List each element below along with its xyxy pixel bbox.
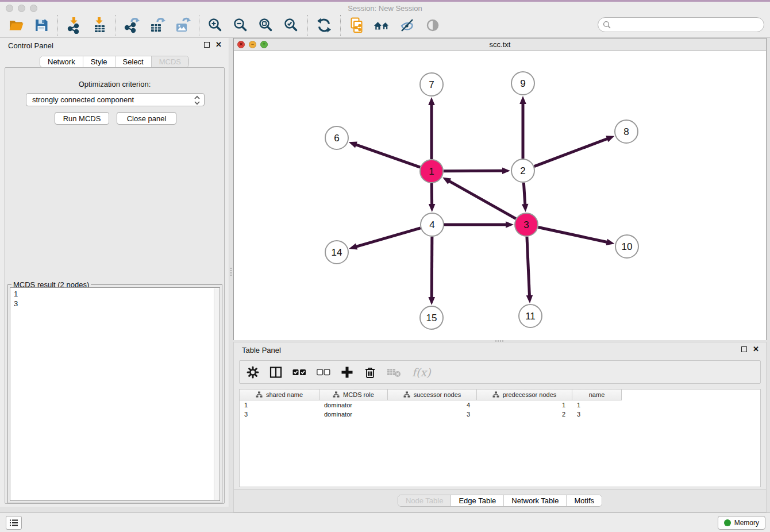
column-header-shared-name[interactable]: shared name (240, 390, 319, 400)
criterion-dropdown[interactable]: strongly connected component (26, 93, 205, 106)
memory-button[interactable]: Memory (718, 516, 765, 530)
graph-edge-4-3[interactable] (444, 221, 514, 228)
mcds-result-lines: 13 (14, 289, 18, 309)
graph-node-11[interactable]: 11 (519, 304, 542, 327)
task-history-button[interactable] (6, 516, 22, 530)
table-cell[interactable]: 2 (477, 411, 572, 418)
graph-edge-3-11[interactable] (526, 237, 533, 303)
mcds-result-textarea[interactable]: 13 (10, 287, 220, 501)
control-panel-title: Control Panel (8, 41, 53, 50)
table-tabs-bar: Node TableEdge TableNetwork TableMotifs (234, 489, 766, 512)
graph-node-2[interactable]: 2 (511, 159, 534, 182)
graph-edge-2-8[interactable] (534, 136, 615, 166)
graph-node-3[interactable]: 3 (515, 213, 538, 236)
graph-edge-1-6[interactable] (349, 141, 420, 167)
delete-column-trash-icon[interactable] (364, 365, 376, 380)
zoom-selected-icon[interactable] (282, 16, 301, 34)
zoom-in-icon[interactable] (206, 16, 225, 34)
delete-table-icon-disabled (387, 365, 402, 380)
table-cell[interactable]: 4 (388, 402, 477, 408)
open-session-icon[interactable] (7, 16, 25, 34)
table-settings-gear-icon[interactable] (247, 365, 259, 380)
select-all-icon[interactable] (292, 365, 306, 380)
table-cell[interactable]: dominator (319, 402, 388, 408)
graph-edge-3-1[interactable] (442, 178, 516, 219)
show-columns-icon[interactable] (270, 365, 282, 380)
import-table-icon[interactable] (90, 16, 109, 34)
graph-edge-1-2[interactable] (444, 167, 510, 174)
export-table-icon[interactable] (148, 16, 167, 34)
graph-edge-1-4[interactable] (429, 183, 436, 212)
app-titlebar: Session: New Session (0, 0, 770, 13)
network-canvas[interactable]: 7968124314101511 (234, 51, 766, 340)
table-cell[interactable]: 1 (572, 402, 622, 408)
graph-edge-4-15[interactable] (428, 237, 435, 305)
column-header-mcds-role[interactable]: MCDS role (319, 390, 388, 400)
graph-node-8[interactable]: 8 (615, 120, 638, 143)
graph-edge-4-14[interactable] (349, 228, 421, 250)
graph-node-15[interactable]: 15 (420, 306, 443, 329)
close-panel-icon[interactable]: ✕ (753, 346, 759, 352)
tab-motifs[interactable]: Motifs (567, 495, 602, 506)
result-scrollbar[interactable] (214, 288, 219, 500)
graph-node-label: 11 (525, 311, 536, 322)
vertical-splitter-handle[interactable] (230, 268, 232, 277)
graph-node-7[interactable]: 7 (420, 73, 443, 96)
graph-node-10[interactable]: 10 (615, 235, 638, 258)
graph-node-4[interactable]: 4 (421, 213, 444, 236)
save-session-icon[interactable] (32, 16, 51, 34)
network-window-titlebar[interactable]: ✕ − + scc.txt (234, 38, 766, 51)
graph-edge-3-10[interactable] (538, 227, 615, 245)
export-network-icon[interactable] (123, 16, 141, 34)
search-input[interactable] (614, 21, 759, 29)
tab-edge-table[interactable]: Edge Table (451, 495, 504, 506)
deselect-all-icon[interactable] (317, 365, 330, 380)
float-panel-icon[interactable] (741, 346, 747, 352)
graph-edge-1-7[interactable] (428, 97, 435, 159)
column-header-name[interactable]: name (572, 390, 622, 400)
table-cell[interactable]: 3 (240, 411, 319, 418)
add-column-icon[interactable] (341, 365, 353, 380)
export-image-icon[interactable] (174, 16, 192, 34)
tab-network[interactable]: Network (40, 56, 83, 67)
close-panel-icon[interactable]: ✕ (215, 42, 222, 48)
zoom-fit-icon[interactable] (257, 16, 275, 34)
graph-node-9[interactable]: 9 (511, 72, 534, 95)
hide-style-icon[interactable] (398, 16, 417, 34)
graph-node-1[interactable]: 1 (420, 160, 443, 183)
close-panel-button[interactable]: Close panel (117, 112, 176, 125)
tab-network-table[interactable]: Network Table (504, 495, 567, 506)
criterion-dropdown-value: strongly connected component (32, 95, 134, 104)
zoom-out-icon[interactable] (232, 16, 250, 34)
column-header-successor-nodes[interactable]: successor nodes (388, 390, 477, 400)
table-cell[interactable]: 3 (388, 411, 477, 418)
graph-node-label: 1 (429, 166, 434, 177)
tab-node-table[interactable]: Node Table (398, 495, 452, 506)
tab-select[interactable]: Select (116, 56, 152, 67)
tab-style[interactable]: Style (83, 56, 116, 67)
graph-node-6[interactable]: 6 (325, 126, 348, 149)
apply-layout-icon[interactable] (315, 16, 333, 34)
table-cell[interactable]: 1 (477, 402, 572, 408)
graph-edge-2-9[interactable] (519, 96, 526, 159)
graph-node-label: 7 (429, 79, 434, 90)
graph-node-label: 8 (623, 126, 629, 137)
run-mcds-button[interactable]: Run MCDS (55, 112, 109, 125)
table-cell[interactable]: 3 (572, 411, 622, 418)
column-header-predecessor-nodes[interactable]: predecessor nodes (477, 390, 572, 400)
graph-edge-2-3[interactable] (522, 183, 529, 212)
graph-node-label: 2 (520, 165, 525, 176)
column-header-label: shared name (266, 391, 303, 398)
graph-node-14[interactable]: 14 (325, 241, 348, 264)
graph-node-label: 9 (520, 78, 525, 89)
clone-network-icon[interactable] (348, 16, 366, 34)
tab-mcds[interactable]: MCDS (152, 56, 188, 67)
table-row[interactable]: 3dominator323 (240, 410, 760, 419)
float-panel-icon[interactable] (204, 42, 210, 48)
show-networks-icon[interactable] (373, 16, 391, 34)
import-network-icon[interactable] (65, 16, 83, 34)
table-row[interactable]: 1dominator411 (240, 400, 760, 410)
table-cell[interactable]: 1 (240, 402, 319, 408)
search-box[interactable] (598, 17, 764, 32)
table-cell[interactable]: dominator (319, 411, 388, 418)
